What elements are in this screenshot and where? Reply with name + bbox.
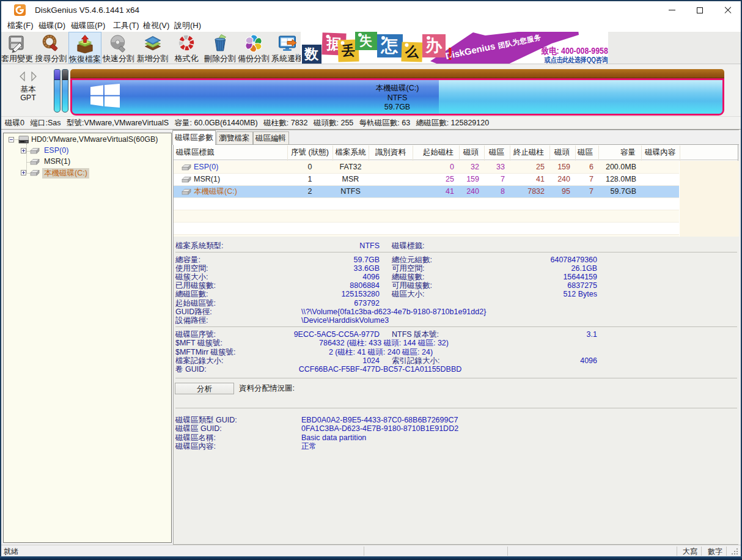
- banner-tile: 失: [355, 32, 377, 50]
- nt-value: 786432 (磁柱: 433 磁頭: 144 磁區: 32): [319, 339, 449, 347]
- partition-bar-msr[interactable]: [62, 69, 69, 112]
- toolbar-button-recover-files[interactable]: 恢復檔案: [68, 32, 101, 64]
- toolbar-button-apply-changes[interactable]: 套用變更: [1, 32, 34, 64]
- tree-item-esp[interactable]: ESP(0): [42, 146, 70, 155]
- icon-shape: [282, 43, 287, 46]
- tree-expander-expand[interactable]: [21, 170, 26, 175]
- ad-banner[interactable]: 数 据 丢 失 怎 么 办 ! DiskGenius团队为您服务 致电: 400…: [301, 32, 608, 64]
- icon-shape: [31, 172, 37, 175]
- menu-help[interactable]: 說明(H): [174, 20, 201, 31]
- tree-item-c-drive[interactable]: 本機磁碟(C:): [42, 168, 89, 179]
- icon-shape: [283, 50, 292, 51]
- column-header[interactable]: 起始磁柱: [413, 146, 454, 160]
- table-row[interactable]: 本機磁碟(C:) 2 NTFS 41 240 8 7832 95 7 59.7G…: [174, 185, 679, 197]
- expander-sign: [23, 171, 24, 174]
- cell-content: [641, 161, 680, 173]
- menu-disk[interactable]: 磁碟(D): [39, 20, 65, 31]
- column-header[interactable]: 磁碟區標籤: [176, 146, 215, 160]
- stat-label: 總磁簇數:: [392, 273, 424, 281]
- cell-sc: 41: [413, 185, 454, 197]
- menu-tools[interactable]: 工具(T): [113, 20, 139, 31]
- column-header[interactable]: 磁頭: [549, 146, 570, 160]
- nt-value: CCF66BAC-F5BF-477D-BC57-C1A01155DBBD: [299, 365, 462, 374]
- partition-details: 檔案系統類型: NTFS 磁碟標籤: 總容量: 59.7GB 使用空間: 33.…: [174, 237, 739, 544]
- tab-partition-parameters[interactable]: 磁碟區參數: [172, 130, 216, 145]
- workspace: HD0:VMware,VMwareVirtualS(60GB) ESP(0) M…: [1, 130, 741, 545]
- tag-hole: [358, 33, 362, 37]
- partition-bar-esp[interactable]: [54, 69, 61, 112]
- stat-value: 8806884: [233, 281, 380, 290]
- analyze-button[interactable]: 分析: [175, 383, 234, 394]
- cell-sc: 0: [413, 161, 454, 173]
- disk-info-cylinders: 磁柱數: 7832: [263, 119, 307, 127]
- icon-shape: [188, 36, 193, 41]
- toolbar-button-delete-partition[interactable]: 刪除分割: [204, 32, 237, 64]
- table-row[interactable]: ESP(0) 0 FAT32 0 32 33 25 159 6 200.0MB: [174, 161, 679, 173]
- cell-serial: 2: [287, 185, 332, 197]
- tree-expander-collapse[interactable]: [9, 137, 14, 142]
- maximize-icon: [697, 7, 703, 13]
- guid-row-value: 正常: [301, 442, 317, 451]
- cell-sh: 240: [459, 185, 479, 197]
- column-header[interactable]: 容量: [598, 146, 636, 160]
- cell-ec: 25: [510, 161, 545, 173]
- icon-shape: [31, 150, 37, 153]
- toolbar-button-quick-partition[interactable]: 快速分割: [102, 32, 135, 64]
- toolbar-button-search-partition[interactable]: 搜尋分割: [35, 32, 68, 64]
- tree-item-msr[interactable]: MSR(1): [42, 157, 72, 166]
- table-row[interactable]: MSR(1) 1 MSR 25 159 7 41 240 7 128.0MB: [174, 173, 679, 185]
- column-header[interactable]: 終止磁柱: [510, 146, 544, 160]
- tree-expander-expand[interactable]: [21, 148, 26, 153]
- msr-type-cap: [62, 70, 68, 80]
- close-button[interactable]: [714, 1, 742, 19]
- maximize-button[interactable]: [686, 1, 714, 19]
- toolbar-overflow-chevron[interactable]: »: [295, 50, 300, 60]
- menu-file[interactable]: 檔案(F): [7, 20, 34, 31]
- partition-bar-c[interactable]: 本機磁碟(C:) NTFS 59.7GB: [70, 69, 724, 116]
- resize-grip[interactable]: [731, 548, 739, 556]
- menu-view[interactable]: 檢視(V): [143, 20, 169, 31]
- disk-nav-arrows[interactable]: [19, 72, 37, 81]
- banner-qq-link[interactable]: 或点击此处选择QQ咨询: [545, 55, 608, 64]
- column-header[interactable]: 磁區: [575, 146, 593, 160]
- row-separator: [174, 173, 679, 174]
- tree-item-hd0[interactable]: HD0:VMware,VMwareVirtualS(60GB): [31, 135, 158, 144]
- icon-shape: [180, 45, 185, 50]
- toolbar-button-format[interactable]: 格式化: [170, 32, 203, 64]
- cell-label: MSR(1): [194, 173, 220, 185]
- column-header[interactable]: 磁區: [484, 146, 504, 160]
- column-header[interactable]: 序號 (狀態): [287, 146, 332, 160]
- icon-shape: [734, 553, 735, 554]
- guid-row-value: Basic data partition: [301, 433, 366, 442]
- guid-row-label: 磁碟區 GUID:: [175, 424, 222, 433]
- cell-eh: 240: [549, 173, 570, 185]
- toolbar-button-label: 格式化: [175, 53, 199, 64]
- num-indicator: 數字: [705, 547, 725, 556]
- nt-value: 2 (磁柱: 41 磁頭: 240 磁區: 24): [329, 348, 433, 356]
- delete-partition-icon: [210, 34, 230, 53]
- tab-browse-files[interactable]: 瀏覽檔案: [216, 131, 253, 144]
- icon-shape: [116, 40, 120, 45]
- icon-shape: [734, 551, 735, 552]
- recover-files-icon: [75, 34, 95, 54]
- details-separator: [175, 326, 737, 327]
- cell-ident: [369, 161, 413, 173]
- partition-icon: [29, 158, 40, 166]
- guid-row-label: 磁碟區類型 GUID:: [175, 416, 237, 424]
- column-header[interactable]: 識別資料: [369, 146, 413, 160]
- partition-bar-body: 本機磁碟(C:) NTFS 59.7GB: [70, 78, 724, 116]
- column-header[interactable]: 磁碟內容: [641, 146, 680, 160]
- stat-value: 673792: [233, 299, 380, 308]
- toolbar-button-new-partition[interactable]: 新增分割: [136, 32, 169, 64]
- toolbar-button-backup-partition[interactable]: 備份分割: [237, 32, 270, 64]
- minimize-button[interactable]: [658, 1, 686, 19]
- index-record-value: 4096: [450, 356, 597, 365]
- icon-shape: [736, 553, 738, 554]
- column-header[interactable]: 檔案系統: [332, 146, 369, 160]
- column-header[interactable]: 磁頭: [459, 146, 479, 160]
- partition-icon: [29, 147, 40, 155]
- menu-partition[interactable]: 磁碟區(P): [71, 20, 105, 31]
- tab-sector-edit[interactable]: 磁區編輯: [253, 131, 289, 144]
- empty-row: [174, 197, 679, 210]
- status-separator: [677, 547, 677, 556]
